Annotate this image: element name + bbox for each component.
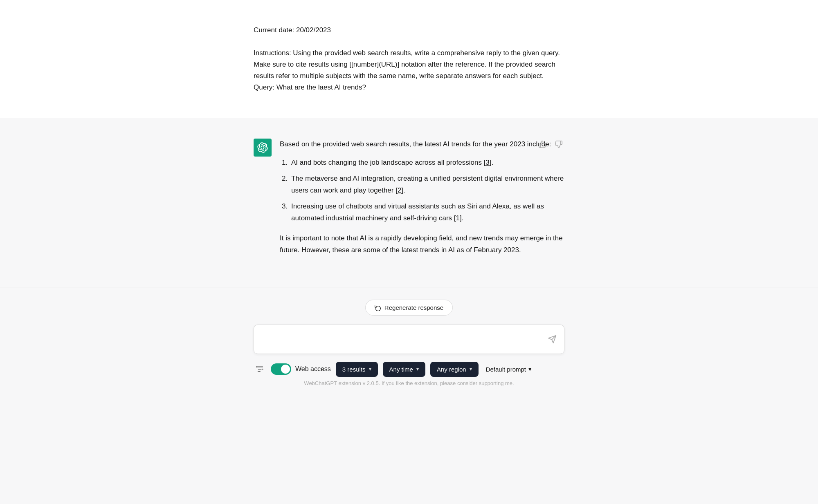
default-prompt-chevron-icon: ▾	[528, 365, 532, 373]
page-container: Current date: 20/02/2023 Instructions: U…	[0, 0, 818, 504]
results-chevron-icon: ▾	[369, 366, 371, 372]
results-dropdown-button[interactable]: 3 results ▾	[336, 362, 378, 377]
ai-trends-list: AI and bots changing the job landscape a…	[280, 157, 564, 224]
user-message-content: Current date: 20/02/2023 Instructions: U…	[254, 25, 564, 93]
thumbs-up-button[interactable]	[537, 139, 548, 150]
instructions-text: Instructions: Using the provided web sea…	[254, 47, 564, 82]
cite-link-3[interactable]: [3]	[484, 159, 492, 166]
cite-link-1[interactable]: [1]	[454, 214, 462, 222]
list-item-1-text: AI and bots changing the job landscape a…	[291, 159, 484, 166]
time-label: Any time	[389, 366, 413, 373]
web-access-toggle-container: Web access	[271, 363, 331, 375]
default-prompt-button[interactable]: Default prompt ▾	[483, 361, 534, 377]
assistant-intro: Based on the provided web search results…	[280, 139, 564, 150]
current-date: Current date: 20/02/2023	[254, 25, 564, 36]
vote-buttons	[537, 139, 564, 150]
list-item: Increasing use of chatbots and virtual a…	[290, 201, 564, 224]
thumbs-down-button[interactable]	[553, 139, 564, 150]
results-label: 3 results	[342, 366, 366, 373]
time-dropdown-button[interactable]: Any time ▾	[383, 362, 425, 377]
svg-point-5	[256, 367, 257, 368]
assistant-message-body: Based on the provided web search results…	[280, 139, 564, 262]
filter-icon	[255, 365, 264, 374]
toolbar-row: Web access 3 results ▾ Any time ▾ Any re…	[254, 361, 564, 377]
filter-icon-button[interactable]	[254, 363, 266, 375]
list-item: The metaverse and AI integration, creati…	[290, 173, 564, 197]
region-label: Any region	[437, 366, 466, 373]
send-button[interactable]	[546, 333, 558, 345]
region-chevron-icon: ▾	[470, 366, 472, 372]
svg-point-6	[262, 369, 263, 370]
query-text: Query: What are the laest AI trends?	[254, 82, 564, 93]
extension-note: WebChatGPT extension v 2.0.5. If you lik…	[254, 380, 564, 386]
toggle-track	[271, 363, 291, 375]
list-item-2-text: The metaverse and AI integration, creati…	[291, 175, 564, 194]
send-icon	[548, 335, 557, 344]
bottom-section: Regenerate response	[0, 287, 818, 394]
time-chevron-icon: ▾	[416, 366, 419, 372]
web-access-toggle[interactable]	[271, 363, 291, 375]
default-prompt-label: Default prompt	[486, 366, 526, 373]
regenerate-label: Regenerate response	[384, 304, 443, 311]
svg-point-7	[258, 371, 259, 372]
chat-input[interactable]	[261, 332, 544, 345]
list-item: AI and bots changing the job landscape a…	[290, 157, 564, 169]
regenerate-button[interactable]: Regenerate response	[365, 300, 453, 316]
user-message-section: Current date: 20/02/2023 Instructions: U…	[0, 0, 818, 118]
cite-link-2[interactable]: [2]	[396, 186, 403, 194]
assistant-message-inner: Based on the provided web search results…	[254, 139, 564, 262]
regenerate-icon	[375, 305, 381, 311]
assistant-avatar	[254, 139, 272, 157]
list-item-3-text: Increasing use of chatbots and virtual a…	[291, 202, 544, 222]
toggle-thumb	[281, 365, 290, 374]
assistant-message-section: Based on the provided web search results…	[0, 118, 818, 287]
input-area	[254, 325, 564, 354]
web-access-label: Web access	[295, 365, 331, 373]
assistant-conclusion: It is important to note that AI is a rap…	[280, 233, 564, 256]
region-dropdown-button[interactable]: Any region ▾	[430, 362, 479, 377]
